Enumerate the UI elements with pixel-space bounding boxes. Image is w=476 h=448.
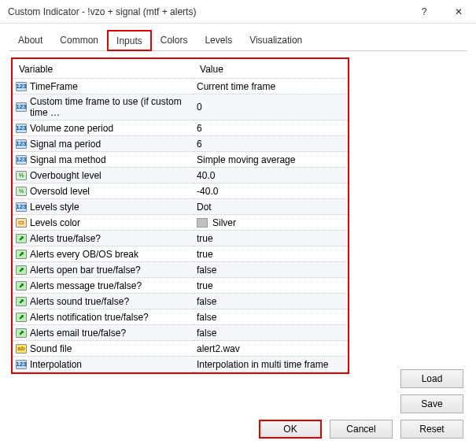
chart-icon: ⬈: [16, 281, 27, 291]
123-icon: 123: [16, 139, 27, 149]
table-row[interactable]: 123Signal ma methodSimple moving average: [13, 152, 348, 168]
variable-label: Levels color: [30, 217, 80, 228]
variable-label: Overbought level: [30, 170, 101, 181]
help-button[interactable]: ?: [407, 0, 441, 24]
value-label: -40.0: [197, 186, 218, 197]
123-icon: 123: [16, 82, 27, 91]
value-label: 6: [197, 123, 202, 134]
window-title: Custom Indicator - !vzo + signal (mtf + …: [8, 6, 407, 17]
tab-colors[interactable]: Colors: [152, 30, 197, 51]
value-label: alert2.wav: [197, 343, 240, 354]
half-icon: ½: [16, 171, 27, 180]
color-swatch-icon: [197, 218, 208, 228]
variable-label: Alerts true/false?: [30, 233, 101, 244]
value-label: false: [197, 265, 216, 276]
123-icon: 123: [16, 155, 27, 165]
table-row[interactable]: ⬈Alerts notification true/false?false: [13, 309, 348, 325]
close-button[interactable]: ✕: [441, 0, 476, 24]
ab-icon: ab: [16, 344, 27, 354]
chart-icon: ⬈: [16, 297, 27, 306]
table-row[interactable]: abSound filealert2.wav: [13, 341, 348, 357]
table-row[interactable]: ⬈Alerts true/false?true: [13, 231, 348, 246]
variable-label: Signal ma period: [30, 139, 101, 150]
variable-label: Alerts sound true/false?: [30, 296, 129, 307]
table-row[interactable]: ⬈Alerts sound true/false?false: [13, 294, 348, 309]
table-row[interactable]: 123Volume zone period6: [13, 120, 348, 136]
cancel-button[interactable]: Cancel: [330, 420, 393, 439]
ok-button[interactable]: OK: [259, 420, 322, 439]
table-row[interactable]: ⬈Alerts email true/false?false: [13, 325, 348, 341]
123-icon: 123: [16, 202, 27, 212]
tab-strip: AboutCommonInputsColorsLevelsVisualizati…: [9, 30, 467, 51]
variable-label: Sound file: [30, 343, 72, 354]
variable-label: TimeFrame: [30, 81, 78, 92]
chart-icon: ⬈: [16, 313, 27, 322]
variable-label: Alerts open bar true/false?: [30, 265, 141, 276]
chart-icon: ⬈: [16, 234, 27, 243]
save-button[interactable]: Save: [400, 394, 463, 413]
value-label: false: [197, 312, 216, 323]
value-label: Simple moving average: [197, 154, 295, 165]
variable-label: Alerts email true/false?: [30, 328, 126, 339]
123-icon: 123: [16, 124, 27, 133]
chart-icon: ⬈: [16, 250, 27, 259]
table-row[interactable]: ⬈Alerts open bar true/false?false: [13, 262, 348, 278]
variable-label: Signal ma method: [30, 154, 106, 165]
table-row[interactable]: ½Oversold level-40.0: [13, 183, 348, 199]
value-label: false: [197, 328, 216, 339]
variable-label: Custom time frame to use (if custom time…: [30, 96, 190, 118]
tab-visualization[interactable]: Visualization: [241, 30, 311, 51]
load-button[interactable]: Load: [400, 369, 463, 388]
variable-label: Oversold level: [30, 186, 90, 197]
inputs-panel: Variable Value 123TimeFrameCurrent time …: [11, 57, 349, 374]
table-row[interactable]: ⬈Alerts message true/false?true: [13, 278, 348, 294]
table-row[interactable]: 123TimeFrameCurrent time frame: [13, 79, 348, 94]
reset-button[interactable]: Reset: [400, 420, 463, 439]
table-row[interactable]: ▭Levels colorSilver: [13, 215, 348, 231]
tab-common[interactable]: Common: [51, 30, 107, 51]
value-label: 40.0: [197, 170, 215, 181]
tab-about[interactable]: About: [9, 30, 51, 51]
tab-levels[interactable]: Levels: [196, 30, 241, 51]
table-row[interactable]: ⬈Alerts every OB/OS breaktrue: [13, 246, 348, 262]
value-label: Silver: [212, 217, 236, 228]
chart-icon: ⬈: [16, 328, 27, 338]
variable-label: Alerts every OB/OS break: [30, 249, 138, 260]
value-label: Interpolation in multi time frame: [197, 359, 328, 370]
column-header-value[interactable]: Value: [194, 59, 348, 79]
table-row[interactable]: 123Levels styleDot: [13, 199, 348, 215]
variable-label: Alerts message true/false?: [30, 280, 142, 291]
value-label: 6: [197, 139, 202, 150]
inputs-grid: Variable Value 123TimeFrameCurrent time …: [13, 59, 348, 372]
chart-icon: ⬈: [16, 265, 27, 275]
value-label: false: [197, 296, 216, 307]
table-row[interactable]: ½Overbought level40.0: [13, 168, 348, 183]
table-row[interactable]: 123Signal ma period6: [13, 136, 348, 152]
variable-label: Levels style: [30, 202, 79, 213]
value-label: 0: [197, 102, 202, 113]
123-icon: 123: [16, 102, 27, 112]
variable-label: Alerts notification true/false?: [30, 312, 149, 323]
value-label: true: [197, 233, 213, 244]
column-header-variable[interactable]: Variable: [13, 59, 194, 79]
123-icon: 123: [16, 360, 27, 369]
titlebar: Custom Indicator - !vzo + signal (mtf + …: [0, 0, 476, 24]
tab-inputs[interactable]: Inputs: [107, 30, 152, 51]
variable-label: Volume zone period: [30, 123, 113, 134]
value-label: Dot: [197, 202, 212, 213]
color-icon: ▭: [16, 218, 27, 228]
value-label: true: [197, 249, 213, 260]
value-label: true: [197, 280, 213, 291]
variable-label: Interpolation: [30, 359, 82, 370]
table-row[interactable]: 123Custom time frame to use (if custom t…: [13, 94, 348, 120]
half-icon: ½: [16, 187, 27, 196]
value-label: Current time frame: [197, 81, 275, 92]
dialog-content: AboutCommonInputsColorsLevelsVisualizati…: [0, 24, 476, 383]
dialog-footer: Load Save OK Cancel Reset: [259, 369, 463, 439]
